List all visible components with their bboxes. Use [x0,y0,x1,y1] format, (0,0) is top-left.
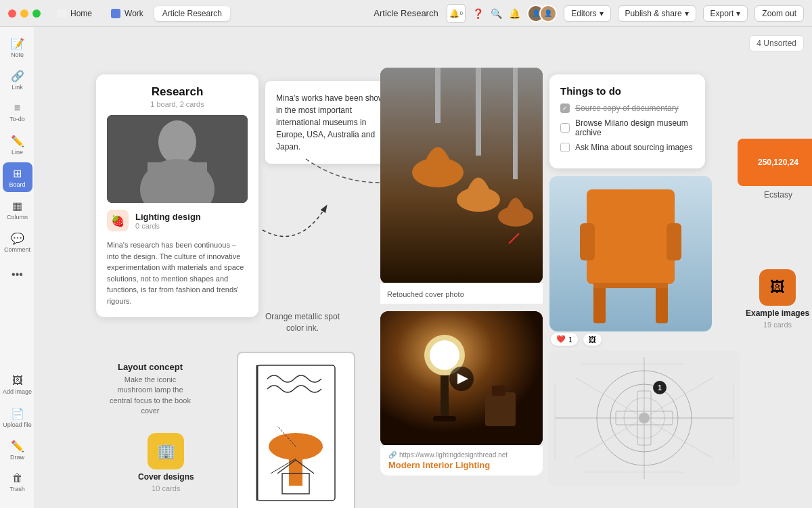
photo-caption-input[interactable] [387,290,536,298]
close-button[interactable] [8,9,16,18]
svg-rect-7 [289,459,302,486]
room-photo-card[interactable] [380,311,543,446]
todo-check-1[interactable] [560,123,570,133]
zoom-button[interactable]: Zoom out [754,5,804,22]
sidebar-item-more[interactable]: ••• [3,260,32,290]
lamps-photo-card[interactable] [380,68,543,284]
things-title: Things to do [560,85,694,97]
sidebar-line-label: Line [12,149,23,156]
sketch-card[interactable] [237,352,355,508]
todo-item-0[interactable]: ✓ Source copy of documentary [560,103,694,113]
comment-icon: 💬 [11,232,24,245]
chair-svg [549,176,712,331]
link-card[interactable]: 🔗 https://www.lightingdesignthread.net M… [380,445,543,476]
bell-button[interactable]: 🔔 [509,8,520,19]
research-description: Mina's research has been continuous – in… [107,239,248,306]
layout-concept: Layout concept Make the iconic mushroom … [106,362,194,417]
annotation-text: Mina's works have been shown in the most… [276,93,388,152]
publish-button[interactable]: Publish & share ▾ [618,5,696,22]
tab-work[interactable]: Work [103,6,152,21]
example-images-label: Example images [746,308,809,318]
sidebar-item-trash[interactable]: 🗑 Trash [3,467,32,497]
export-label: Export [710,9,734,18]
svg-rect-24 [485,392,516,426]
sidebar-comment-label: Comment [4,246,30,253]
svg-rect-14 [435,68,441,123]
svg-point-1 [158,120,196,164]
svg-rect-18 [513,68,518,179]
svg-rect-29 [587,223,675,284]
svg-rect-22 [441,375,449,416]
sidebar-item-addimage[interactable]: 🖼 Add image [3,370,32,400]
help-button[interactable]: ❓ [472,8,484,19]
tab-article-research[interactable]: Article Research [154,6,230,21]
todo-item-1[interactable]: Browse Milano design museum archive [560,118,694,137]
avatar-2: 👤 [539,5,557,22]
sidebar-item-column[interactable]: ▦ Column [3,195,32,225]
lighting-row: 🍓 Lighting design 0 cards [107,210,248,231]
research-card[interactable]: Research 1 board, 2 cards 🍓 Lighting des… [96,74,258,317]
app-body: 📝 Note 🔗 Link ≡ To-do ✏️ Line ⊞ Board ▦ … [0,27,812,508]
sidebar-item-todo[interactable]: ≡ To-do [3,97,32,127]
editors-button[interactable]: Editors ▾ [564,5,610,22]
link-icon: 🔗 [11,70,24,83]
tab-home[interactable]: Home [49,6,100,21]
traffic-lights [8,9,41,18]
layout-concept-desc: Make the iconic mushroom lamp the centra… [106,375,194,417]
sidebar-item-comment[interactable]: 💬 Comment [3,227,32,257]
swatch-value: 250,120,24 [758,158,798,167]
column-icon: ▦ [12,200,22,212]
cover-designs-icon: 🏢 [148,433,184,469]
canvas: 4 Unsorted Research 1 board, 2 cards 🍓 L… [35,27,812,508]
todo-check-2[interactable] [560,143,570,152]
heart-reaction[interactable]: ❤️ 1 [551,333,578,346]
todo-text-1: Browse Milano design museum archive [575,118,694,137]
board-icon: ⊞ [13,167,22,180]
todo-check-0[interactable]: ✓ [560,103,570,113]
tab-work-label: Work [125,9,143,18]
cover-designs-count: 10 cards [152,484,180,492]
lighting-icon: 🍓 [107,210,129,231]
layout-concept-title: Layout concept [106,362,194,372]
editors-label: Editors [571,9,596,18]
blueprint-card[interactable]: 1 [548,350,740,486]
export-button[interactable]: Export ▾ [703,5,748,22]
chair-photo-card[interactable] [549,176,712,331]
toolbar-right: 🔔0 ❓ 🔍 🔔 👤 👤 Editors ▾ Publish & share ▾… [447,4,804,23]
research-photo [107,115,248,203]
sidebar-item-draw[interactable]: ✏️ Draw [3,435,32,465]
image-icon: 🖼 [589,336,596,344]
minimize-button[interactable] [20,9,28,18]
sidebar-item-note[interactable]: 📝 Note [3,32,32,62]
svg-point-44 [639,413,650,423]
search-button[interactable]: 🔍 [491,8,502,19]
todo-item-2[interactable]: Ask Mina about sourcing images [560,143,694,152]
window-title: Article Research [374,8,438,18]
maximize-button[interactable] [32,9,41,18]
cover-designs-label: Cover designs [138,472,194,482]
person-photo-svg [107,115,248,203]
sidebar-item-link[interactable]: 🔗 Link [3,65,32,95]
cover-designs[interactable]: 🏢 Cover designs 10 cards [138,433,194,492]
svg-rect-16 [476,68,481,156]
line-icon: ✏️ [11,135,24,147]
sidebar-todo-label: To-do [9,116,25,122]
sidebar-item-line[interactable]: ✏️ Line [3,130,32,160]
research-subtitle: 1 board, 2 cards [107,100,248,108]
svg-rect-30 [587,189,675,230]
home-favicon [57,9,66,18]
link-title[interactable]: Modern Interior Lighting [388,460,535,470]
sketch-svg [244,359,348,507]
svg-rect-3 [148,162,207,203]
sidebar-item-upload[interactable]: 📄 Upload file [3,402,32,432]
notifications-button[interactable]: 🔔0 [447,4,466,23]
svg-rect-25 [492,386,505,396]
svg-rect-31 [593,283,606,323]
example-images[interactable]: 🖼 Example images 19 cards [746,269,809,329]
todo-text-0: Source copy of documentary [575,103,679,113]
trash-icon: 🗑 [12,472,23,484]
color-swatch-box: 250,120,24 [738,139,812,186]
link-url-row: 🔗 https://www.lightingdesignthread.net [388,451,535,459]
sidebar-item-board[interactable]: ⊞ Board [3,162,32,192]
image-reaction[interactable]: 🖼 [583,333,602,346]
